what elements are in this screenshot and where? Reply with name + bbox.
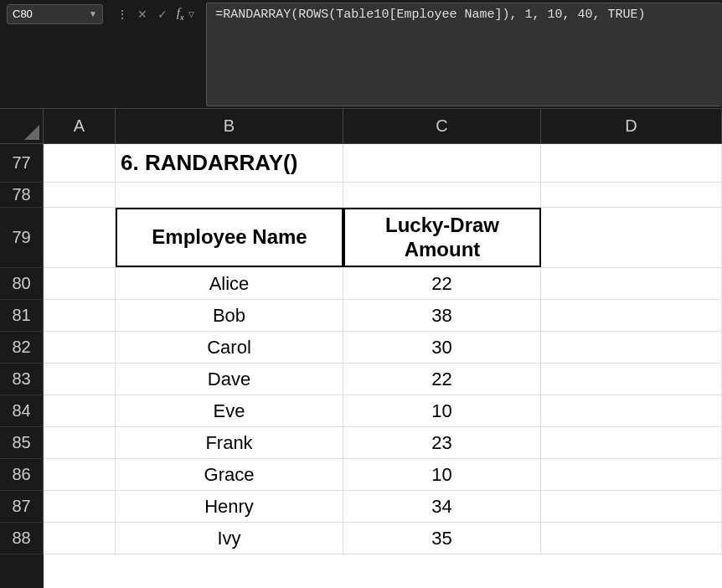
cell[interactable] (541, 459, 722, 490)
row-header[interactable]: 86 (0, 459, 44, 491)
formula-bar: C80 ▼ ⋮ ✕ ✓ fx ▽ =RANDARRAY(ROWS(Table10… (0, 0, 722, 109)
table-row: Eve 10 (44, 395, 722, 427)
formula-text: =RANDARRAY(ROWS(Table10[Employee Name]),… (215, 8, 645, 22)
employee-name-cell[interactable]: Alice (116, 268, 343, 299)
chevron-down-icon[interactable]: ▼ (89, 9, 97, 18)
employee-name-cell[interactable]: Frank (116, 427, 343, 458)
table-row (44, 183, 722, 208)
cell[interactable] (541, 208, 722, 267)
cell[interactable] (44, 300, 116, 331)
header-lucky-draw[interactable]: Lucky-Draw Amount (343, 208, 541, 267)
table-row: Bob 38 (44, 300, 722, 332)
employee-name-cell[interactable]: Ivy (116, 523, 343, 554)
cell[interactable] (343, 144, 541, 182)
employee-name-cell[interactable]: Carol (116, 332, 343, 363)
cell[interactable] (541, 300, 722, 331)
title-cell[interactable]: 6. RANDARRAY() (116, 144, 343, 182)
select-all-corner[interactable] (0, 109, 44, 144)
cell[interactable] (541, 395, 722, 426)
amount-cell[interactable]: 10 (343, 459, 541, 490)
cell[interactable] (44, 427, 116, 458)
spreadsheet-grid: 77 78 79 80 81 82 83 84 85 86 87 88 A B … (0, 109, 722, 588)
table-row: 6. RANDARRAY() (44, 144, 722, 183)
cell[interactable] (541, 364, 722, 395)
employee-name-cell[interactable]: Bob (116, 300, 343, 331)
grid-content: A B C D 6. RANDARRAY() Employee Name Luc… (44, 109, 722, 588)
header-employee-name[interactable]: Employee Name (116, 208, 343, 267)
employee-name-cell[interactable]: Eve (116, 395, 343, 426)
table-row: Dave 22 (44, 364, 722, 395)
column-header[interactable]: D (541, 109, 722, 144)
name-box[interactable]: C80 ▼ (7, 4, 103, 24)
employee-name-cell[interactable]: Grace (116, 459, 343, 490)
cell[interactable] (44, 183, 116, 207)
cell[interactable] (44, 268, 116, 299)
row-header[interactable]: 81 (0, 300, 44, 332)
row-header[interactable]: 80 (0, 268, 44, 300)
row-header[interactable]: 84 (0, 395, 44, 427)
row-header[interactable]: 85 (0, 427, 44, 459)
cell[interactable] (541, 183, 722, 207)
cell[interactable] (44, 395, 116, 426)
cells-area[interactable]: 6. RANDARRAY() Employee Name Lucky-Draw … (44, 144, 722, 588)
amount-cell[interactable]: 30 (343, 332, 541, 363)
dots-icon: ⋮ (113, 8, 132, 21)
fx-label[interactable]: fx (173, 7, 187, 22)
cancel-button[interactable]: ✕ (133, 5, 152, 23)
row-header[interactable]: 78 (0, 183, 44, 208)
amount-cell[interactable]: 35 (343, 523, 541, 554)
row-headers: 77 78 79 80 81 82 83 84 85 86 87 88 (0, 109, 44, 588)
cell[interactable] (541, 427, 722, 458)
cell[interactable] (44, 332, 116, 363)
row-header[interactable]: 83 (0, 364, 44, 395)
table-row: Carol 30 (44, 332, 722, 364)
row-header[interactable]: 82 (0, 332, 44, 364)
table-row: Frank 23 (44, 427, 722, 459)
employee-name-cell[interactable]: Henry (116, 491, 343, 522)
cell[interactable] (541, 144, 722, 182)
amount-cell[interactable]: 22 (343, 364, 541, 395)
column-headers: A B C D (44, 109, 722, 144)
table-row: Ivy 35 (44, 523, 722, 554)
cell[interactable] (343, 183, 541, 207)
column-header[interactable]: A (44, 109, 116, 144)
cell[interactable] (116, 183, 343, 207)
x-icon: ✕ (137, 8, 147, 21)
amount-cell[interactable]: 22 (343, 268, 541, 299)
amount-cell[interactable]: 34 (343, 491, 541, 522)
amount-cell[interactable]: 38 (343, 300, 541, 331)
row-header[interactable]: 77 (0, 144, 44, 183)
name-box-value: C80 (13, 8, 33, 20)
amount-cell[interactable]: 23 (343, 427, 541, 458)
cell[interactable] (44, 208, 116, 267)
cell[interactable] (44, 459, 116, 490)
cell[interactable] (541, 332, 722, 363)
cell[interactable] (541, 523, 722, 554)
column-header[interactable]: C (343, 109, 541, 144)
check-icon: ✓ (157, 8, 168, 21)
cell[interactable] (541, 491, 722, 522)
table-row: Employee Name Lucky-Draw Amount (44, 208, 722, 268)
column-header[interactable]: B (116, 109, 343, 144)
cell[interactable] (44, 523, 116, 554)
table-row: Alice 22 (44, 268, 722, 300)
table-row: Henry 34 (44, 491, 722, 523)
amount-cell[interactable]: 10 (343, 395, 541, 426)
cell[interactable] (44, 144, 116, 182)
enter-button[interactable]: ✓ (153, 5, 172, 23)
formula-input[interactable]: =RANDARRAY(ROWS(Table10[Employee Name]),… (206, 3, 722, 106)
cell[interactable] (44, 364, 116, 395)
row-header[interactable]: 87 (0, 491, 44, 523)
row-header[interactable]: 79 (0, 208, 44, 268)
formula-controls: ⋮ ✕ ✓ fx ▽ (103, 0, 199, 25)
cell[interactable] (541, 268, 722, 299)
name-box-container: C80 ▼ (0, 0, 103, 25)
table-row: Grace 10 (44, 459, 722, 491)
employee-name-cell[interactable]: Dave (116, 364, 343, 395)
cell[interactable] (44, 491, 116, 522)
row-header[interactable]: 88 (0, 523, 44, 554)
chevron-down-icon[interactable]: ▽ (188, 10, 199, 18)
